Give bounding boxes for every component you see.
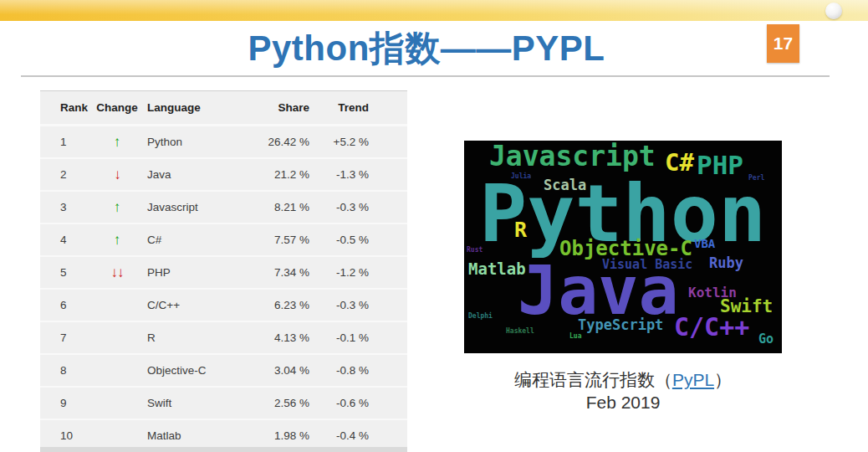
- table-cell-share: 3.04 %: [248, 364, 309, 377]
- table-cell-language: Python: [147, 136, 248, 148]
- table-header-row: RankChangeLanguageShareTrend: [40, 91, 407, 126]
- table-row: 4↑C#7.57 %-0.5 %: [40, 224, 407, 257]
- table-cell-share: 26.42 %: [248, 136, 309, 148]
- top-accent-bar: [0, 0, 868, 21]
- table-cell-share: 1.98 %: [248, 429, 309, 442]
- caption: 编程语言流行指数（PyPL） Feb 2019: [456, 368, 790, 413]
- cloud-word: Javascript: [489, 142, 656, 170]
- wordcloud-image: JavascriptC#PHPPerlJuliaScalaPythonRRust…: [464, 141, 782, 353]
- table-body: 1↑Python26.42 %+5.2 %2↓Java21.2 %-1.3 %3…: [40, 126, 407, 452]
- caption-prefix: 编程语言流行指数（: [514, 370, 672, 389]
- table-cell-rank: 5: [50, 266, 87, 279]
- table-cell-share: 8.21 %: [248, 201, 309, 213]
- table-cell-share: 6.23 %: [248, 299, 309, 311]
- sphere-ornament-icon: [825, 3, 842, 19]
- table-cell-trend: -0.8 %: [309, 364, 369, 377]
- slide: 17 Python指数——PYPL RankChangeLanguageShar…: [0, 0, 868, 452]
- cloud-word: Java: [518, 258, 679, 325]
- table-header-cell: Language: [147, 101, 248, 114]
- caption-suffix: ）: [714, 370, 732, 389]
- table-cell-language: C/C++: [147, 299, 248, 311]
- table-cell-rank: 2: [50, 168, 87, 181]
- caption-date: Feb 2019: [456, 391, 790, 413]
- table-row: 8Objective-C3.04 %-0.8 %: [40, 355, 407, 388]
- table-cell-change: ↑: [87, 135, 147, 149]
- table-header-cell: Trend: [309, 101, 369, 114]
- table-cell-share: 21.2 %: [248, 168, 309, 181]
- table-cell-trend: -0.1 %: [309, 331, 369, 344]
- table-cell-rank: 1: [50, 136, 87, 148]
- table-cell-rank: 7: [50, 331, 87, 344]
- table-row: 6C/C++6.23 %-0.3 %: [40, 290, 407, 322]
- table-cell-trend: -0.6 %: [309, 397, 369, 409]
- table-cell-language: Java: [147, 168, 248, 181]
- table-cell-share: 7.34 %: [248, 266, 309, 279]
- table-cell-rank: 10: [50, 429, 87, 442]
- table-cell-language: Matlab: [147, 429, 248, 442]
- page-title: Python指数——PYPL: [0, 25, 853, 72]
- title-divider: [21, 75, 830, 77]
- table-cell-trend: -0.5 %: [309, 234, 369, 246]
- table-row: 3↑Javascript8.21 %-0.3 %: [40, 192, 407, 224]
- cloud-word: Lua: [569, 333, 581, 340]
- table-cell-trend: -1.2 %: [309, 266, 369, 279]
- cloud-word: R: [514, 219, 527, 240]
- pypl-ranking-table: RankChangeLanguageShareTrend 1↑Python26.…: [40, 90, 407, 452]
- table-header-cell: Change: [87, 101, 147, 114]
- table-cell-share: 2.56 %: [248, 397, 309, 409]
- table-cell-rank: 4: [50, 234, 87, 246]
- cloud-word: TypeScript: [578, 318, 663, 332]
- table-cell-trend: +5.2 %: [309, 136, 369, 148]
- table-cell-language: R: [147, 331, 248, 344]
- pypl-link[interactable]: PyPL: [672, 370, 714, 389]
- table-row: 9Swift2.56 %-0.6 %: [40, 388, 407, 420]
- table-cell-change: ↑: [87, 233, 147, 247]
- table-cell-change: ↑: [87, 200, 147, 214]
- table-row: 7R4.13 %-0.1 %: [40, 322, 407, 355]
- cloud-word: Haskell: [506, 328, 534, 335]
- cloud-word: Go: [758, 333, 774, 346]
- table-cell-trend: -0.3 %: [309, 201, 369, 213]
- table-cell-share: 4.13 %: [248, 331, 309, 344]
- table-cell-rank: 3: [50, 201, 87, 213]
- table-cell-language: PHP: [147, 266, 248, 279]
- caption-line1: 编程语言流行指数（PyPL）: [456, 368, 790, 391]
- table-cell-trend: -0.4 %: [309, 429, 369, 442]
- table-cell-language: Swift: [147, 397, 248, 409]
- table-cell-language: C#: [147, 234, 248, 246]
- table-cell-language: Objective-C: [147, 364, 248, 377]
- table-cell-rank: 9: [50, 397, 87, 409]
- table-cell-rank: 8: [50, 364, 87, 377]
- cloud-word: Delphi: [468, 313, 493, 320]
- table-cell-change: ↓: [87, 167, 147, 182]
- table-cell-trend: -1.3 %: [309, 168, 369, 181]
- table-header-cell: Share: [248, 101, 309, 114]
- cloud-word: Ruby: [709, 256, 743, 270]
- cloud-word: Rust: [467, 247, 483, 254]
- cloud-word: VBA: [694, 238, 715, 249]
- table-cutoff-strip: [40, 447, 407, 452]
- table-cell-share: 7.57 %: [248, 234, 309, 246]
- table-cell-rank: 6: [50, 299, 87, 311]
- table-header-cell: Rank: [50, 101, 87, 114]
- table-cell-language: Javascript: [147, 201, 248, 213]
- table-row: 5↓↓PHP7.34 %-1.2 %: [40, 257, 407, 290]
- table-row: 2↓Java21.2 %-1.3 %: [40, 159, 407, 192]
- table-cell-change: ↓↓: [87, 265, 147, 280]
- table-cell-trend: -0.3 %: [309, 299, 369, 311]
- cloud-word: C/C++: [674, 315, 749, 340]
- table-row: 1↑Python26.42 %+5.2 %: [40, 126, 407, 159]
